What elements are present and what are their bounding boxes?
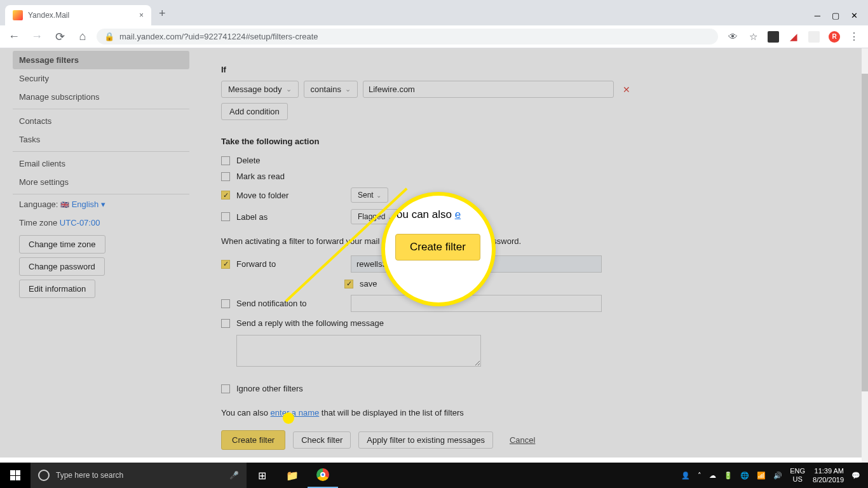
check-filter-button[interactable]: Check filter <box>293 431 351 449</box>
cortana-icon <box>38 470 50 481</box>
change-timezone-button[interactable]: Change time zone <box>19 235 105 254</box>
windows-taskbar: Type here to search 🎤 ⊞ 📁 👤 ˄ ☁ 🔋 🌐 📶 🔊 … <box>0 463 868 488</box>
filter-form: If Message body contains ✕ Add condition… <box>202 48 868 463</box>
zoom-callout: ou can also e Create filter <box>381 192 496 306</box>
ignore-filters-label: Ignore other filters <box>236 384 303 393</box>
save-copy-label: save <box>360 279 377 288</box>
forward-checkbox[interactable]: ✓ <box>221 260 230 269</box>
send-reply-label: Send a reply with the following message <box>236 318 384 328</box>
sidebar-item-security[interactable]: Security <box>13 69 189 88</box>
sidebar-item-more-settings[interactable]: More settings <box>13 173 189 191</box>
eye-icon[interactable]: 👁 <box>727 31 738 43</box>
back-button[interactable]: ← <box>5 28 23 46</box>
apply-filter-button[interactable]: Apply filter to existing messages <box>358 431 493 449</box>
change-password-button[interactable]: Change password <box>19 257 105 276</box>
extension-icon-3[interactable] <box>808 31 820 43</box>
timezone-row: Time zone UTC-07:00 <box>13 214 202 231</box>
extension-icons: 👁 ☆ ◢ R ⋮ <box>723 30 863 43</box>
browser-tab[interactable]: Yandex.Mail × <box>5 5 151 25</box>
reply-textarea[interactable] <box>236 335 481 367</box>
tray-up-icon[interactable]: ˄ <box>698 471 702 480</box>
profile-avatar[interactable]: R <box>829 31 840 43</box>
home-button[interactable]: ⌂ <box>74 28 92 46</box>
delete-checkbox[interactable] <box>221 156 230 165</box>
volume-icon[interactable]: 🔊 <box>773 471 782 480</box>
tab-title: Yandex.Mail <box>28 11 69 20</box>
network-icon[interactable]: 🌐 <box>740 471 749 480</box>
action-label: Take the following action <box>221 137 849 146</box>
save-copy-checkbox[interactable]: ✓ <box>344 280 353 288</box>
new-tab-button[interactable]: + <box>151 2 173 25</box>
move-folder-label: Move to folder <box>236 191 344 200</box>
mic-icon[interactable]: 🎤 <box>229 471 239 480</box>
language-indicator[interactable]: ENGUS <box>790 467 805 484</box>
clock[interactable]: 11:39 AM8/20/2019 <box>813 466 844 485</box>
maximize-icon[interactable]: ▢ <box>832 11 839 20</box>
mark-read-checkbox[interactable] <box>221 172 230 181</box>
search-placeholder: Type here to search <box>56 471 123 480</box>
zoom-create-filter-button: Create filter <box>395 234 480 261</box>
move-folder-checkbox[interactable]: ✓ <box>221 191 230 200</box>
scroll-thumb[interactable] <box>862 74 868 391</box>
label-as-checkbox[interactable] <box>221 212 230 221</box>
condition-field-select[interactable]: Message body <box>221 81 299 98</box>
url-text: mail.yandex.com/?uid=922741224#setup/fil… <box>119 32 318 41</box>
send-notification-checkbox[interactable] <box>221 299 230 308</box>
mark-read-label: Mark as read <box>236 172 285 181</box>
settings-sidebar: Message filters Security Manage subscrip… <box>0 48 202 463</box>
reload-button[interactable]: ⟳ <box>51 28 69 46</box>
address-bar[interactable]: 🔒 mail.yandex.com/?uid=922741224#setup/f… <box>97 29 718 44</box>
start-button[interactable] <box>0 463 31 488</box>
onedrive-icon[interactable]: ☁ <box>709 471 716 480</box>
sidebar-item-subscriptions[interactable]: Manage subscriptions <box>13 88 189 106</box>
chrome-icon[interactable] <box>308 463 338 488</box>
create-filter-button[interactable]: Create filter <box>221 430 285 450</box>
send-notification-label: Send notification to <box>236 299 344 308</box>
language-link[interactable]: English <box>72 200 99 209</box>
sidebar-item-tasks[interactable]: Tasks <box>13 130 189 149</box>
notifications-icon[interactable]: 💬 <box>851 471 860 480</box>
windows-logo-icon <box>10 470 20 480</box>
send-reply-checkbox[interactable] <box>221 319 230 328</box>
edit-information-button[interactable]: Edit information <box>19 280 95 298</box>
extension-icon-1[interactable] <box>768 31 779 43</box>
battery-icon[interactable]: 🔋 <box>724 471 733 480</box>
ignore-filters-checkbox[interactable] <box>221 384 230 393</box>
sidebar-item-message-filters[interactable]: Message filters <box>13 51 189 69</box>
move-folder-select[interactable]: Sent <box>351 187 388 203</box>
yandex-mail-icon <box>13 10 23 20</box>
people-icon[interactable]: 👤 <box>681 471 690 480</box>
condition-value-input[interactable] <box>363 81 614 98</box>
if-label: If <box>221 65 849 74</box>
enter-name-link[interactable]: enter a name <box>271 408 320 417</box>
browser-toolbar: ← → ⟳ ⌂ 🔒 mail.yandex.com/?uid=922741224… <box>0 25 868 48</box>
delete-condition-icon[interactable]: ✕ <box>619 85 634 95</box>
taskbar-search[interactable]: Type here to search 🎤 <box>31 463 247 488</box>
close-window-icon[interactable]: ✕ <box>851 11 858 20</box>
forward-note: When activating a filter to forward your… <box>221 236 849 246</box>
chrome-menu-icon[interactable]: ⋮ <box>849 30 859 43</box>
sidebar-item-contacts[interactable]: Contacts <box>13 112 189 130</box>
condition-operator-select[interactable]: contains <box>304 81 358 98</box>
minimize-icon[interactable]: ─ <box>815 11 820 20</box>
file-explorer-icon[interactable]: 📁 <box>277 463 308 488</box>
forward-button[interactable]: → <box>28 28 46 46</box>
close-icon[interactable]: × <box>139 11 144 20</box>
extension-icon-2[interactable]: ◢ <box>788 31 799 43</box>
chevron-down-icon[interactable]: ▾ <box>101 200 105 209</box>
task-view-icon[interactable]: ⊞ <box>247 463 277 488</box>
lock-icon: 🔒 <box>104 32 114 41</box>
browser-tab-strip: Yandex.Mail × + ─ ▢ ✕ <box>0 0 868 25</box>
label-as-label: Label as <box>236 212 344 222</box>
cancel-link[interactable]: Cancel <box>510 435 535 445</box>
add-condition-button[interactable]: Add condition <box>221 103 288 120</box>
sidebar-item-email-clients[interactable]: Email clients <box>13 154 189 173</box>
callout-dot <box>283 412 294 424</box>
wifi-icon[interactable]: 📶 <box>757 471 766 480</box>
notification-input[interactable] <box>351 295 602 312</box>
language-row: Language: 🇬🇧 English ▾ <box>13 194 202 214</box>
star-icon[interactable]: ☆ <box>747 31 759 43</box>
timezone-value: UTC-07:00 <box>60 218 100 227</box>
scrollbar[interactable] <box>862 48 868 463</box>
enter-name-line: You can also enter a name that will be d… <box>221 408 849 417</box>
